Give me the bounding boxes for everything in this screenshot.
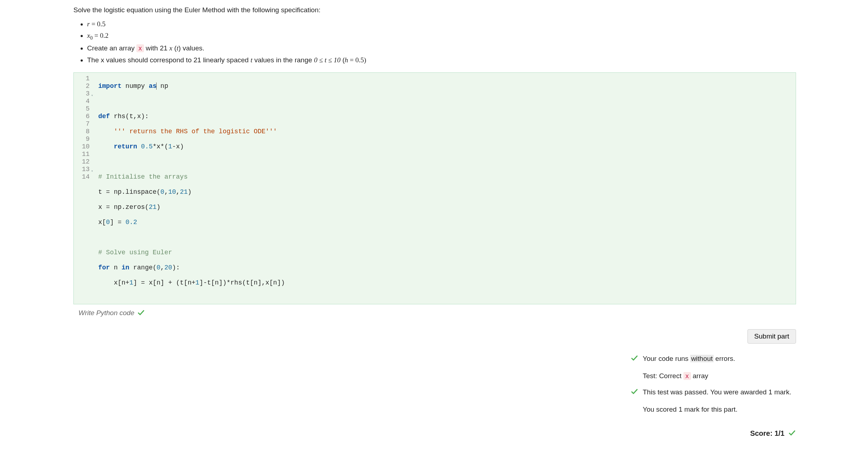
- feedback-runs-text: Your code runs without errors.: [643, 354, 735, 364]
- feedback-scored: You scored 1 mark for this part.: [630, 404, 796, 415]
- code-line: ''' returns the RHS of the logistic ODE'…: [98, 128, 792, 135]
- line-number: 12: [76, 158, 90, 166]
- spec-array-open: (: [172, 44, 177, 52]
- spec-array-close: ) values.: [178, 44, 204, 52]
- feedback-highlight: without: [690, 355, 713, 362]
- code-line: x[0] = 0.2: [98, 219, 792, 226]
- code-line: [98, 234, 792, 241]
- spec-h-var: h: [345, 56, 348, 64]
- spec-r-eq: = 0.5: [90, 20, 105, 28]
- score-label: Score: 1/1: [750, 428, 785, 439]
- line-number: 1: [76, 75, 90, 82]
- line-number: 4: [76, 98, 90, 105]
- prompt-intro: Solve the logistic equation using the Eu…: [73, 5, 796, 15]
- score-row: Score: 1/1: [750, 428, 796, 439]
- line-number: 11: [76, 151, 90, 158]
- spec-t-a: The x values should correspond to 21 lin…: [87, 56, 250, 64]
- code-line: [98, 158, 792, 166]
- fold-icon[interactable]: ▾: [91, 167, 93, 175]
- line-number: 2: [76, 82, 90, 90]
- check-icon: [630, 354, 638, 362]
- line-number: 5: [76, 105, 90, 113]
- feedback-passed: This test was passed. You were awarded 1…: [630, 387, 796, 399]
- spec-x0-sub: 0: [90, 35, 92, 41]
- line-number: 13▾: [76, 166, 90, 173]
- code-line: import numpy as np: [98, 82, 792, 90]
- check-icon: [630, 388, 638, 396]
- check-icon: [788, 429, 796, 437]
- code-line: # Initialise the arrays: [98, 173, 792, 181]
- spec-array-a: Create an array: [87, 44, 136, 52]
- spec-t-range: 0 ≤ t ≤ 10: [314, 56, 341, 64]
- spec-item-tvals: The x values should correspond to 21 lin…: [87, 55, 796, 66]
- spec-array-code-x: x: [136, 44, 144, 52]
- feedback-block: Your code runs without errors. Test: Cor…: [630, 354, 796, 421]
- spec-t-b: values in the range: [252, 56, 314, 64]
- line-number: 8: [76, 128, 90, 135]
- editor-content[interactable]: import numpy as np def rhs(t,x): ''' ret…: [93, 73, 796, 304]
- spec-h-eq: = 0.5): [348, 56, 366, 64]
- spec-list: r = 0.5 x0 = 0.2 Create an array x with …: [73, 19, 796, 66]
- line-number: 7: [76, 120, 90, 128]
- code-editor[interactable]: 1 2 3▾ 4 5 6 7 8 9 10 11 12 13▾ 14 impor…: [73, 72, 796, 304]
- code-line: return 0.5*x*(1-x): [98, 143, 792, 151]
- line-number: 10: [76, 143, 90, 151]
- spec-t-c: (: [340, 56, 345, 64]
- results-panel: Submit part Your code runs without error…: [73, 329, 796, 439]
- code-line: x = np.zeros(21): [98, 203, 792, 211]
- feedback-runs: Your code runs without errors.: [630, 354, 796, 366]
- spec-item-x0: x0 = 0.2: [87, 31, 796, 42]
- feedback-test-code-x: x: [683, 372, 691, 380]
- line-number: 14: [76, 173, 90, 181]
- fold-icon[interactable]: ▾: [91, 92, 93, 99]
- feedback-test-title: Test: Correct x array: [630, 371, 796, 381]
- spec-x0-eq: = 0.2: [93, 32, 109, 39]
- line-number: 6: [76, 113, 90, 120]
- feedback-scored-text: You scored 1 mark for this part.: [643, 404, 737, 415]
- code-line: t = np.linspace(0,10,21): [98, 188, 792, 196]
- spec-array-b: with 21: [144, 44, 169, 52]
- caption-text: Write Python code: [78, 308, 134, 318]
- code-line: [98, 98, 792, 105]
- page-root: Solve the logistic equation using the Eu…: [0, 0, 868, 453]
- code-line: for n in range(0,20):: [98, 264, 792, 272]
- spec-array-xvar: x: [169, 44, 172, 52]
- code-line: x[n+1] = x[n] + (t[n+1]-t[n])*rhs(t[n],x…: [98, 279, 792, 287]
- code-line: def rhs(t,x):: [98, 113, 792, 120]
- editor-gutter: 1 2 3▾ 4 5 6 7 8 9 10 11 12 13▾ 14: [74, 73, 93, 304]
- line-number: 9: [76, 135, 90, 143]
- spec-item-array: Create an array x with 21 x (t) values.: [87, 43, 796, 54]
- check-icon: [137, 309, 145, 317]
- code-line: # Solve using Euler: [98, 249, 792, 256]
- submit-part-button[interactable]: Submit part: [747, 329, 796, 344]
- line-number: 3▾: [76, 90, 90, 98]
- feedback-passed-text: This test was passed. You were awarded 1…: [643, 387, 791, 398]
- editor-caption: Write Python code: [73, 308, 796, 318]
- spec-item-r: r = 0.5: [87, 19, 796, 30]
- feedback-test-text: Test: Correct x array: [643, 371, 708, 381]
